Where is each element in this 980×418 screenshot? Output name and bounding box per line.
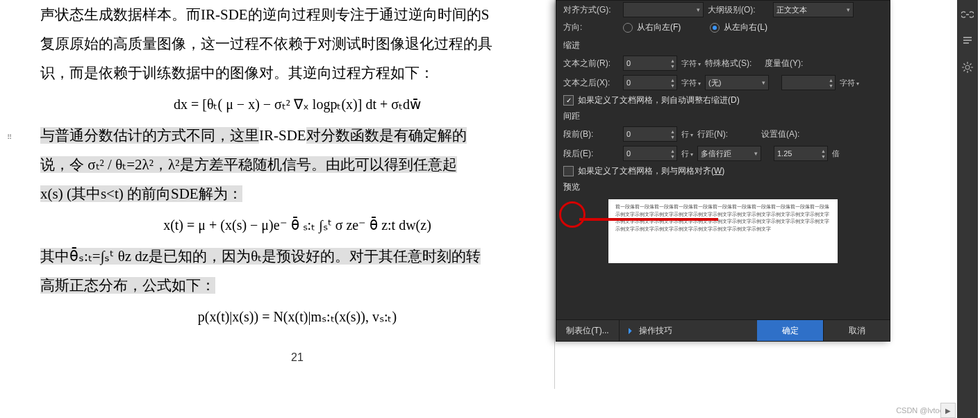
highlighted-text: 高斯正态分布，公式如下： bbox=[40, 277, 215, 294]
spacing-section-header: 间距 bbox=[556, 108, 890, 124]
before-paragraph-label: 段前(B): bbox=[563, 128, 619, 140]
highlighted-text: 与普通分数估计的方式不同，这里 bbox=[40, 127, 259, 144]
set-value-label: 设置值(A): bbox=[761, 128, 810, 140]
checkbox-label: 如果定义了文档网格，则自动调整右缩进(D) bbox=[578, 94, 740, 106]
after-text-label: 文本之后(X): bbox=[563, 77, 619, 89]
paragraph-icon[interactable] bbox=[961, 35, 974, 47]
doc-paragraph: 声状态生成数据样本。而IR-SDE的逆向过程则专注于通过逆向时间的S bbox=[40, 0, 554, 29]
doc-equation: x(t) = μ + (x(s) − μ)e⁻ θ̄ ₛ:ₜ ∫ₛᵗ σ ze⁻… bbox=[40, 211, 554, 239]
direction-ltr-radio[interactable]: 从左向右(L) bbox=[710, 22, 767, 33]
chevron-down-icon: ▾ bbox=[847, 6, 850, 13]
drag-handle-icon[interactable]: ⠿ bbox=[7, 133, 13, 141]
set-value-spinner[interactable]: 1.25 ▲▼ bbox=[774, 146, 828, 161]
spinner-value: 0 bbox=[626, 130, 631, 138]
checkbox-label: 如果定义了文档网格，则与网格对齐(W) bbox=[578, 165, 724, 177]
indent-section-header: 缩进 bbox=[556, 37, 890, 53]
unit-dropdown[interactable]: 字符▾ bbox=[840, 78, 859, 88]
radio-on-icon bbox=[710, 23, 720, 33]
spinner-value: 0 bbox=[626, 59, 631, 67]
preview-box: 前一段落前一段落前一段落前一段落前一段落前一段落前一段落前一段落前一段落前一段落… bbox=[608, 199, 838, 263]
spinner-arrows-icon: ▲▼ bbox=[670, 56, 675, 70]
doc-paragraph: 说，令 σₜ² / θₜ=2λ²，λ²是方差平稳随机信号。由此可以得到任意起 bbox=[40, 150, 554, 179]
highlighted-text: 对分数函数是有确定解的 bbox=[306, 127, 467, 144]
gear-icon[interactable] bbox=[961, 61, 974, 74]
checkbox-checked-icon bbox=[563, 95, 574, 106]
alignment-combo[interactable]: ▾ bbox=[623, 2, 704, 17]
spinner-arrows-icon: ▲▼ bbox=[670, 147, 675, 160]
page-number: 21 bbox=[40, 351, 554, 364]
spinner-arrows-icon: ▲▼ bbox=[821, 147, 826, 160]
unit-dropdown[interactable]: 行▾ bbox=[681, 149, 693, 159]
after-text-spinner[interactable]: 0 ▲▼ bbox=[623, 75, 677, 90]
text: 的逆向过程则专注于通过逆向时间的S bbox=[248, 6, 490, 23]
doc-paragraph: 识，而是依赖于训练数据中的图像对。其逆向过程方程如下： bbox=[40, 58, 554, 87]
highlighted-text: 说，令 σₜ² / θₜ=2λ²，λ²是方差平稳随机信号。由此可以得到任意起 bbox=[40, 156, 457, 173]
direction-rtl-radio[interactable]: 从右向左(F) bbox=[623, 22, 681, 33]
cancel-button[interactable]: 取消 bbox=[823, 320, 890, 341]
special-format-label: 特殊格式(S): bbox=[705, 58, 761, 69]
document-preview: 声状态生成数据样本。而IR-SDE的逆向过程则专注于通过逆向时间的S 复原原始的… bbox=[40, 0, 555, 389]
ok-button[interactable]: 确定 bbox=[757, 320, 823, 341]
highlighted-text: x(s) (其中s<t) 的前向SDE解为： bbox=[40, 185, 242, 202]
line-spacing-combo[interactable]: 多倍行距 ▾ bbox=[697, 146, 761, 161]
play-icon: ⏵ bbox=[626, 326, 635, 335]
doc-equation: p(x(t)|x(s)) = N(x(t)|mₛ:ₜ(x(s)), vₛ:ₜ) bbox=[40, 303, 554, 331]
tips-button[interactable]: ⏵ 操作技巧 bbox=[620, 320, 757, 341]
right-toolbar bbox=[957, 0, 978, 418]
auto-adjust-indent-checkbox[interactable]: 如果定义了文档网格，则自动调整右缩进(D) bbox=[556, 92, 890, 108]
highlighted-text: 其中θ̄ₛ:ₜ=∫ₛᵗ θz dz是已知的，因为θₜ是预设好的。对于其任意时刻的… bbox=[40, 248, 481, 265]
doc-paragraph: x(s) (其中s<t) 的前向SDE解为： bbox=[40, 179, 554, 208]
text: IR-SDE bbox=[259, 127, 306, 144]
chevron-down-icon: ▾ bbox=[754, 150, 758, 157]
link-icon[interactable] bbox=[961, 8, 974, 21]
spinner-value: 1.25 bbox=[777, 149, 792, 158]
doc-paragraph: 与普通分数估计的方式不同，这里IR-SDE对分数函数是有确定解的 bbox=[40, 121, 554, 150]
spinner-value: 0 bbox=[626, 149, 631, 158]
checkbox-unchecked-icon bbox=[563, 166, 574, 176]
unit-dropdown[interactable]: 行▾ bbox=[681, 129, 693, 140]
special-format-combo[interactable]: (无) ▾ bbox=[705, 75, 769, 90]
doc-paragraph: 其中θ̄ₛ:ₜ=∫ₛᵗ θz dz是已知的，因为θₜ是预设好的。对于其任意时刻的… bbox=[40, 242, 554, 271]
spinner-arrows-icon: ▲▼ bbox=[670, 76, 675, 90]
direction-label: 方向: bbox=[563, 22, 619, 33]
unit-dropdown[interactable]: 字符▾ bbox=[681, 58, 701, 69]
line-spacing-label: 行距(N): bbox=[697, 128, 739, 140]
after-paragraph-spinner[interactable]: 0 ▲▼ bbox=[623, 146, 677, 161]
before-text-label: 文本之前(R): bbox=[563, 58, 619, 69]
spinner-arrows-icon: ▲▼ bbox=[670, 127, 675, 141]
chevron-down-icon: ▾ bbox=[697, 6, 700, 13]
preview-section-header: 预览 bbox=[556, 179, 890, 195]
radio-label: 从右向左(F) bbox=[637, 22, 681, 33]
text: IR-SDE bbox=[201, 6, 248, 23]
scroll-right-button[interactable]: ▶ bbox=[940, 403, 956, 418]
alignment-label: 对齐方式(G): bbox=[563, 4, 619, 16]
measure-value-spinner[interactable]: ▲▼ bbox=[781, 75, 836, 90]
spinner-value: 0 bbox=[626, 78, 631, 87]
line-spacing-value: 多倍行距 bbox=[701, 149, 731, 159]
tabs-button[interactable]: 制表位(T)... bbox=[556, 320, 620, 341]
spinner-arrows-icon: ▲▼ bbox=[829, 76, 833, 90]
before-paragraph-spinner[interactable]: 0 ▲▼ bbox=[623, 126, 677, 142]
radio-off-icon bbox=[623, 23, 633, 33]
doc-paragraph: 高斯正态分布，公式如下： bbox=[40, 271, 554, 300]
doc-paragraph: 复原原始的高质量图像，这一过程不依赖于对测试时图像退化过程的具 bbox=[40, 29, 554, 58]
text: 声状态生成数据样本。而 bbox=[40, 6, 201, 23]
paragraph-dialog: 对齐方式(G): ▾ 大纲级别(O): 正文文本 ▾ 方向: 从右向左(F) 从… bbox=[556, 0, 890, 342]
svg-point-0 bbox=[965, 65, 970, 69]
after-paragraph-label: 段后(E): bbox=[563, 148, 619, 160]
before-text-spinner[interactable]: 0 ▲▼ bbox=[623, 56, 677, 71]
tips-label: 操作技巧 bbox=[639, 325, 672, 337]
outline-level-value: 正文文本 bbox=[776, 5, 807, 15]
chevron-down-icon: ▾ bbox=[762, 79, 765, 86]
outline-level-combo[interactable]: 正文文本 ▾ bbox=[773, 2, 854, 17]
special-format-value: (无) bbox=[708, 78, 721, 88]
doc-equation: dx = [θₜ( μ − x) − σₜ² ∇ₓ logpₜ(x)] dt +… bbox=[40, 90, 554, 118]
measure-value-label: 度量值(Y): bbox=[765, 58, 813, 69]
radio-label: 从左向右(L) bbox=[724, 22, 767, 33]
unit-dropdown[interactable]: 字符▾ bbox=[681, 78, 701, 88]
outline-level-label: 大纲级别(O): bbox=[708, 4, 769, 16]
snap-to-grid-checkbox[interactable]: 如果定义了文档网格，则与网格对齐(W) bbox=[556, 163, 890, 179]
unit-label: 倍 bbox=[832, 149, 840, 159]
